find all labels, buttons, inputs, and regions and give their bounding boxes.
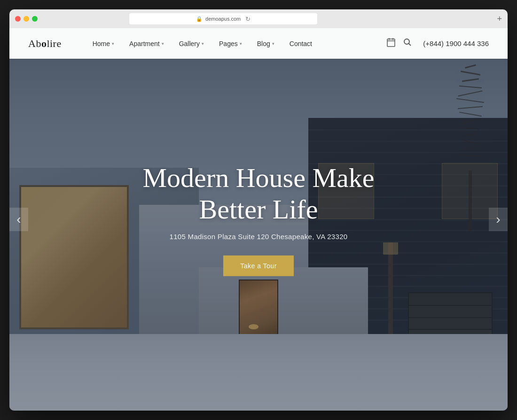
nav-label-contact: Contact [290, 40, 312, 47]
calendar-icon[interactable] [386, 38, 396, 49]
nav-label-apartment: Apartment [129, 40, 160, 47]
hero-title-line2: Better Life [199, 194, 318, 225]
lock-icon: 🔒 [196, 16, 203, 22]
browser-chrome: 🔒 demoapus.com ↻ + [9, 9, 508, 28]
nav-actions: (+844) 1900 444 336 [386, 38, 489, 49]
logo-text: Abolire [28, 38, 62, 49]
chevron-icon-gallery: ▾ [202, 41, 204, 46]
slider-next-button[interactable]: › [489, 208, 508, 231]
traffic-lights [15, 16, 38, 22]
phone-number: (+844) 1900 444 336 [423, 39, 489, 47]
svg-point-4 [404, 39, 409, 44]
reload-button[interactable]: ↻ [245, 16, 251, 23]
address-bar[interactable]: 🔒 demoapus.com ↻ [129, 13, 317, 24]
site-logo[interactable]: Abolire [28, 38, 62, 50]
nav-item-apartment: Apartment ▾ [122, 36, 172, 51]
nav-label-blog: Blog [257, 40, 270, 47]
nav-item-gallery: Gallery ▾ [172, 36, 212, 51]
arrow-right-icon: › [496, 212, 500, 227]
hero-title: Modern House Make Better Life [84, 163, 433, 225]
nav-link-gallery[interactable]: Gallery ▾ [172, 36, 212, 51]
hero-content: Modern House Make Better Life 1105 Madis… [84, 163, 433, 276]
cta-button[interactable]: Take a Tour [223, 256, 294, 276]
nav-label-pages: Pages [219, 40, 238, 47]
nav-label-home: Home [93, 40, 110, 47]
hero-subtitle: 1105 Madison Plaza Suite 120 Chesapeake,… [84, 233, 433, 241]
navbar: Abolire Home ▾ Apartment ▾ [9, 28, 508, 59]
new-tab-button[interactable]: + [497, 15, 502, 23]
nav-item-contact: Contact [282, 36, 320, 51]
nav-item-blog: Blog ▾ [250, 36, 282, 51]
nav-link-blog[interactable]: Blog ▾ [250, 36, 282, 51]
svg-line-5 [409, 44, 411, 46]
nav-item-home: Home ▾ [85, 36, 122, 51]
nav-link-apartment[interactable]: Apartment ▾ [122, 36, 172, 51]
arrow-left-icon: ‹ [16, 212, 21, 227]
nav-links: Home ▾ Apartment ▾ Gallery ▾ [85, 36, 387, 51]
chevron-icon-apartment: ▾ [162, 41, 164, 46]
svg-rect-0 [387, 39, 395, 47]
nav-link-contact[interactable]: Contact [282, 36, 320, 51]
close-button[interactable] [15, 16, 21, 22]
browser-window: 🔒 demoapus.com ↻ + [9, 9, 508, 411]
search-icon[interactable] [403, 38, 412, 49]
url-text: demoapus.com [205, 16, 241, 22]
chevron-icon: ▾ [112, 41, 114, 46]
maximize-button[interactable] [32, 16, 38, 22]
nav-link-pages[interactable]: Pages ▾ [212, 36, 250, 51]
chevron-icon-blog: ▾ [272, 41, 274, 46]
website-content: Abolire Home ▾ Apartment ▾ [9, 28, 508, 411]
slider-prev-button[interactable]: ‹ [9, 208, 28, 231]
nav-item-pages: Pages ▾ [212, 36, 250, 51]
chevron-icon-pages: ▾ [240, 41, 242, 46]
nav-link-home[interactable]: Home ▾ [85, 36, 122, 51]
hero-title-line1: Modern House Make [143, 163, 375, 193]
nav-label-gallery: Gallery [179, 40, 200, 47]
minimize-button[interactable] [24, 16, 29, 22]
